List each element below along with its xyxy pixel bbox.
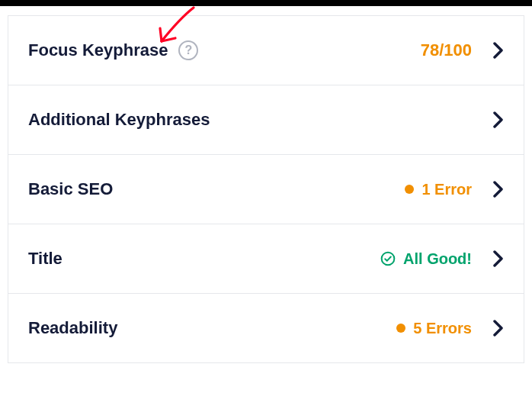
row-basic-seo[interactable]: Basic SEO 1 Error: [8, 155, 524, 224]
status-badge: All Good!: [380, 250, 472, 268]
dot-icon: [405, 185, 414, 194]
status-text: 5 Errors: [413, 320, 472, 337]
row-label: Title: [28, 249, 62, 269]
check-circle-icon: [380, 251, 396, 266]
help-icon[interactable]: ?: [178, 40, 198, 60]
score-value: 78/100: [421, 40, 472, 60]
row-focus-keyphrase[interactable]: Focus Keyphrase ? 78/100: [8, 16, 524, 85]
row-label: Focus Keyphrase: [28, 40, 168, 60]
row-label: Readability: [28, 318, 117, 338]
row-title[interactable]: Title All Good!: [8, 224, 524, 294]
seo-panel: Focus Keyphrase ? 78/100 Additional Keyp…: [8, 15, 524, 363]
status-badge: 5 Errors: [396, 320, 472, 337]
status-badge: 1 Error: [405, 181, 472, 198]
window-top-bar: [0, 0, 532, 6]
row-additional-keyphrases[interactable]: Additional Keyphrases: [8, 85, 524, 155]
row-label: Basic SEO: [28, 179, 113, 199]
status-text: 1 Error: [421, 181, 472, 198]
row-label: Additional Keyphrases: [28, 110, 210, 130]
chevron-right-icon: [493, 250, 504, 267]
chevron-right-icon: [493, 111, 504, 128]
status-text: All Good!: [403, 250, 472, 268]
svg-point-0: [382, 253, 395, 266]
dot-icon: [396, 324, 405, 333]
chevron-right-icon: [493, 181, 504, 198]
chevron-right-icon: [493, 42, 504, 59]
row-readability[interactable]: Readability 5 Errors: [8, 294, 524, 362]
chevron-right-icon: [493, 320, 504, 337]
